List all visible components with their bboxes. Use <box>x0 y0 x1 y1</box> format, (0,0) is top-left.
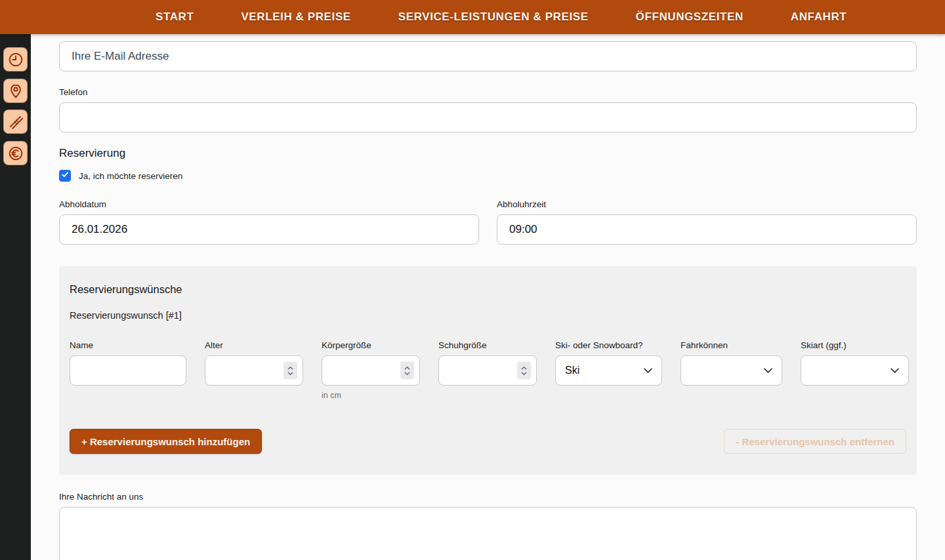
email-input[interactable] <box>59 41 917 71</box>
reservierung-heading: Reservierung <box>59 147 917 160</box>
clock-icon <box>7 51 24 68</box>
nav-item-start[interactable]: START <box>156 10 194 24</box>
nav-item-oeffnungszeiten[interactable]: ÖFFNUNGSZEITEN <box>636 10 744 24</box>
sidebar-button-ski-rental[interactable] <box>3 110 28 134</box>
sidebar-button-location[interactable] <box>3 79 28 103</box>
abholuhrzeit-input[interactable] <box>497 214 917 245</box>
top-navigation: START VERLEIH & PREISE SERVICE-LEISTUNGE… <box>0 0 945 34</box>
chevron-down-icon <box>644 368 652 373</box>
ski-snowboard-label: Ski- oder Snowboard? <box>555 340 662 350</box>
remove-reservation-wish-button[interactable]: - Reservierungswunsch entfernen <box>724 429 906 454</box>
schuhgroesse-label: Schuhgröße <box>438 340 537 350</box>
sidebar-button-prices[interactable] <box>3 141 28 165</box>
main-content: Telefon Reservierung Ja, ich möchte rese… <box>31 34 945 560</box>
chevron-down-icon <box>891 368 899 373</box>
nachricht-textarea[interactable] <box>59 507 917 560</box>
skiart-label: Skiart (ggf.) <box>801 340 909 350</box>
telefon-input[interactable] <box>59 102 917 132</box>
alter-stepper[interactable] <box>284 362 297 380</box>
nav-item-anfahrt[interactable]: ANFAHRT <box>791 10 847 24</box>
panel-heading: Reservierungswünsche <box>70 283 906 296</box>
location-pin-icon <box>7 83 24 100</box>
reservierungswuensche-panel: Reservierungswünsche Reservierungswunsch… <box>59 266 917 475</box>
fahrkoennen-label: Fahrkönnen <box>681 340 782 350</box>
abholuhrzeit-label: Abholuhrzeit <box>497 199 917 209</box>
panel-item-heading: Reservierungswunsch [#1] <box>70 310 906 321</box>
nachricht-label: Ihre Nachricht an uns <box>59 492 917 502</box>
skiart-select[interactable] <box>801 355 909 386</box>
wish-fields-row: Name Alter Körpergröße <box>70 340 906 400</box>
sidebar-button-opening-hours[interactable] <box>3 47 28 71</box>
nav-item-service-leistungen-preise[interactable]: SERVICE-LEISTUNGEN & PREISE <box>398 10 589 24</box>
nav-item-verleih-preise[interactable]: VERLEIH & PREISE <box>241 10 350 24</box>
koerpergroesse-stepper[interactable] <box>400 362 414 380</box>
abholdatum-label: Abholdatum <box>59 199 479 209</box>
ski-snowboard-selected-value: Ski <box>565 365 579 376</box>
name-label: Name <box>70 340 186 350</box>
abholdatum-input[interactable] <box>59 214 479 245</box>
telefon-label: Telefon <box>59 87 917 97</box>
chevron-down-icon <box>764 368 772 373</box>
reservieren-checkbox-row[interactable]: Ja, ich möchte reservieren <box>59 170 917 182</box>
name-input[interactable] <box>70 355 186 386</box>
add-reservation-wish-button[interactable]: + Reservierungswunsch hinzufügen <box>70 429 262 454</box>
ski-icon <box>7 113 24 130</box>
ski-snowboard-select[interactable]: Ski <box>555 355 662 386</box>
left-sidebar <box>0 34 31 560</box>
koerpergroesse-hint: in cm <box>322 391 420 400</box>
fahrkoennen-select[interactable] <box>681 355 782 386</box>
euro-icon <box>7 145 24 162</box>
koerpergroesse-label: Körpergröße <box>322 340 420 350</box>
schuhgroesse-stepper[interactable] <box>517 362 531 380</box>
checkmark-icon <box>60 170 70 182</box>
reservieren-checkbox[interactable] <box>59 170 71 182</box>
reservieren-checkbox-label: Ja, ich möchte reservieren <box>79 171 182 181</box>
alter-label: Alter <box>205 340 303 350</box>
